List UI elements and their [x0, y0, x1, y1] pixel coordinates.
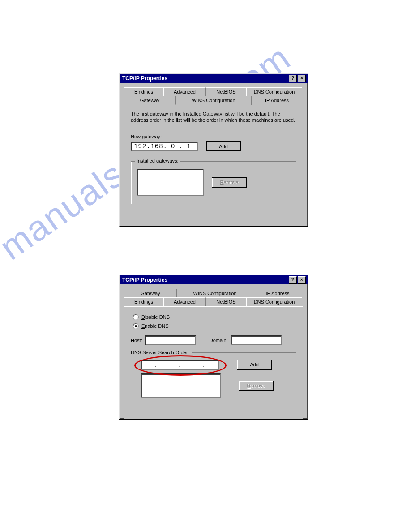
- ip-octet-3[interactable]: 0: [167, 143, 179, 150]
- tab-area: Gateway WINS Configuration IP Address Bi…: [120, 284, 308, 420]
- page-divider: [40, 34, 372, 34]
- help-button[interactable]: ?: [289, 276, 297, 284]
- section-divider: [192, 352, 296, 353]
- ip-dot: .: [179, 361, 181, 369]
- radio-enable-dns[interactable]: Enable DNS: [133, 323, 296, 329]
- installed-gateways-label: Installed gateways:: [135, 158, 180, 163]
- ip-octet-2[interactable]: 168: [150, 143, 163, 150]
- tab-dns-configuration[interactable]: DNS Configuration: [246, 87, 302, 96]
- tab-row-back: Gateway WINS Configuration IP Address: [124, 288, 303, 297]
- window-title: TCP/IP Properties: [122, 275, 289, 284]
- titlebar[interactable]: TCP/IP Properties ? ×: [120, 275, 308, 284]
- tab-gateway[interactable]: Gateway: [124, 289, 177, 297]
- tcpip-dialog-gateway: TCP/IP Properties ? × Bindings Advanced …: [119, 73, 308, 227]
- tab-panel-dns: Disable DNS Enable DNS Host: Domain: DNS…: [124, 306, 303, 420]
- host-label: Host:: [131, 338, 142, 343]
- host-input[interactable]: [145, 335, 196, 345]
- dns-order-label: DNS Server Search Order: [131, 350, 188, 355]
- tab-ip-address[interactable]: IP Address: [252, 96, 302, 105]
- tab-row-front: Bindings Advanced NetBIOS DNS Configurat…: [124, 297, 303, 306]
- ip-dot: .: [163, 143, 167, 150]
- add-gateway-button[interactable]: Add: [206, 141, 241, 151]
- ip-octet-1[interactable]: 192: [134, 143, 146, 150]
- tcpip-dialog-dns: TCP/IP Properties ? × Gateway WINS Confi…: [119, 275, 308, 420]
- installed-gateways-group: Installed gateways: Remove: [131, 161, 296, 204]
- tab-ip-address[interactable]: IP Address: [253, 289, 302, 297]
- tab-row-back: Bindings Advanced NetBIOS DNS Configurat…: [124, 86, 303, 96]
- tab-wins-configuration[interactable]: WINS Configuration: [177, 289, 253, 297]
- domain-label: Domain:: [210, 338, 228, 343]
- tab-netbios[interactable]: NetBIOS: [206, 87, 246, 96]
- radio-icon: [133, 323, 139, 329]
- dns-server-list[interactable]: [141, 373, 221, 398]
- ip-octet-4[interactable]: 1: [183, 143, 195, 150]
- ip-dot: .: [146, 143, 150, 150]
- domain-input[interactable]: [231, 335, 282, 345]
- radio-icon: [133, 314, 139, 320]
- tab-bindings[interactable]: Bindings: [124, 297, 163, 306]
- tab-bindings[interactable]: Bindings: [124, 87, 163, 96]
- close-button[interactable]: ×: [298, 75, 306, 82]
- new-gateway-input[interactable]: 192 . 168 . 0 . 1: [131, 142, 198, 151]
- tab-advanced[interactable]: Advanced: [163, 297, 206, 306]
- remove-dns-button: Remove: [239, 381, 274, 391]
- radio-disable-dns[interactable]: Disable DNS: [133, 314, 296, 320]
- gateway-description: The first gateway in the Installed Gatew…: [131, 111, 296, 123]
- tab-wins-configuration[interactable]: WINS Configuration: [176, 96, 252, 105]
- ip-dot: .: [203, 361, 205, 369]
- tab-row-front: Gateway WINS Configuration IP Address: [124, 96, 303, 105]
- window-title: TCP/IP Properties: [122, 74, 289, 83]
- add-dns-button[interactable]: Add: [237, 360, 272, 370]
- tab-dns-configuration[interactable]: DNS Configuration: [246, 297, 302, 306]
- tab-netbios[interactable]: NetBIOS: [206, 297, 246, 306]
- tab-area: Bindings Advanced NetBIOS DNS Configurat…: [120, 83, 308, 227]
- close-button[interactable]: ×: [298, 276, 306, 284]
- radio-label: Disable DNS: [141, 314, 170, 320]
- tab-advanced[interactable]: Advanced: [163, 87, 206, 96]
- installed-gateways-list[interactable]: [137, 169, 204, 196]
- dns-ip-input[interactable]: . . .: [141, 360, 219, 370]
- radio-dot-icon: [135, 325, 137, 327]
- tab-gateway[interactable]: Gateway: [124, 96, 176, 105]
- new-gateway-label: New gateway:: [131, 134, 296, 139]
- radio-label: Enable DNS: [141, 323, 169, 329]
- titlebar[interactable]: TCP/IP Properties ? ×: [120, 74, 308, 83]
- help-button[interactable]: ?: [289, 75, 297, 82]
- ip-dot: .: [154, 361, 157, 369]
- tab-panel-gateway: The first gateway in the Installed Gatew…: [124, 105, 303, 227]
- remove-gateway-button: Remove: [212, 177, 247, 188]
- ip-dot: .: [179, 143, 183, 150]
